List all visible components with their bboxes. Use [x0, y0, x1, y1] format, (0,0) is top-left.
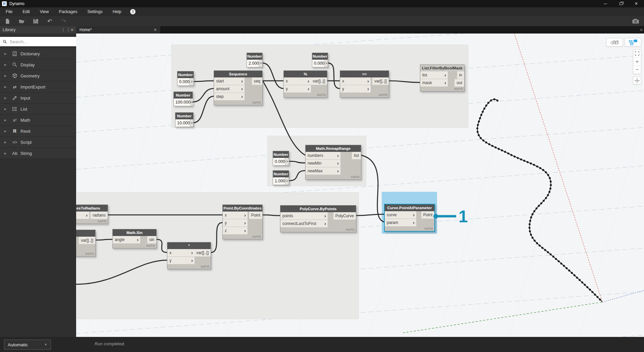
node-number-two[interactable]: Number2.000> — [247, 53, 263, 67]
number-value-input[interactable]: 0.000 — [177, 78, 190, 85]
wire[interactable] — [289, 171, 305, 181]
menu-edit[interactable]: Edit — [17, 7, 35, 16]
notification-icon[interactable]: ! — [130, 9, 136, 14]
input-port-x[interactable]: x› — [284, 77, 311, 85]
node-point-by-coordinates[interactable]: Point.ByCoordinatesx›y›z›PointAUTO — [222, 204, 263, 239]
output-port-var[interactable]: var[]..[] — [372, 77, 389, 85]
expander-icon[interactable]: ▶ — [4, 63, 9, 66]
node-modulo[interactable]: %x›y›var[]..[]AUTO — [283, 70, 327, 98]
search-input[interactable] — [10, 39, 73, 44]
node-var-node[interactable]: var[]..[]AUTO — [76, 230, 96, 256]
input-port-z[interactable]: z› — [223, 227, 248, 234]
expander-icon[interactable]: ▶ — [4, 141, 9, 144]
input-port-newMax[interactable]: newMax› — [306, 167, 340, 175]
input-port-newMin[interactable]: newMin› — [306, 160, 340, 167]
wire[interactable] — [289, 161, 305, 163]
node-number-zero-mid[interactable]: Number0.000> — [273, 151, 289, 166]
tab-close-icon[interactable]: ✕ — [154, 27, 157, 32]
input-port-connectLastToFirst[interactable]: connectLastToFirst› — [280, 220, 328, 227]
input-port-y[interactable]: y› — [284, 85, 311, 93]
library-view-icon[interactable]: ≡ — [71, 27, 73, 33]
expander-icon[interactable]: ▶ — [4, 85, 9, 89]
output-port-list[interactable]: list — [352, 152, 361, 159]
wire[interactable] — [328, 63, 340, 89]
input-port-points[interactable]: points› — [280, 212, 328, 220]
sidebar-item-display[interactable]: ▶Display — [0, 59, 76, 70]
expander-icon[interactable]: ▶ — [4, 74, 9, 77]
output-port[interactable]: > — [285, 177, 289, 185]
node-number-amount[interactable]: Number100.000> — [173, 92, 193, 106]
wire[interactable] — [76, 260, 167, 284]
graph-canvas[interactable]: +− Number0.000>Number100.000>Number10.00… — [76, 34, 644, 337]
restore-button[interactable] — [613, 0, 629, 7]
sidebar-item-string[interactable]: ▶AbString — [0, 148, 76, 159]
output-port-out[interactable]: out — [454, 79, 464, 86]
input-port-degrees[interactable]: degrees› — [76, 212, 89, 219]
node-number-step[interactable]: Number10.000> — [175, 112, 194, 127]
tabbar-menu-icon[interactable]: ≡ — [640, 27, 643, 33]
expander-icon[interactable]: ▶ — [4, 108, 9, 111]
sidebar-item-input[interactable]: ▶Input — [0, 93, 76, 104]
input-port-list[interactable]: list› — [420, 71, 448, 79]
node-sequence[interactable]: Sequencestart›amount›step›seqAUTO — [214, 70, 263, 105]
sidebar-item-math[interactable]: ▶x²Math — [0, 115, 76, 126]
node-equals[interactable]: ==x›y›var[]..[]AUTO — [340, 70, 389, 98]
wire[interactable] — [157, 239, 167, 252]
input-port-numbers[interactable]: numbers› — [306, 152, 340, 159]
tab-home[interactable]: Home* ✕ — [76, 26, 160, 34]
node-number-zero-top[interactable]: Number0.000> — [312, 53, 328, 67]
menu-file[interactable]: File — [1, 7, 17, 16]
menu-packages[interactable]: Packages — [54, 7, 83, 16]
output-port-PolyCurve[interactable]: PolyCurve — [333, 212, 356, 220]
menu-view[interactable]: View — [35, 7, 54, 16]
expander-icon[interactable]: ▶ — [4, 97, 9, 100]
input-port-x[interactable]: x› — [223, 212, 248, 219]
input-port-x[interactable]: x› — [340, 77, 371, 85]
wire[interactable] — [194, 81, 214, 81]
node-degrees-to-radians[interactable]: DegreesToRadiansdegrees›radiansAUTO — [76, 204, 108, 224]
output-port-var[interactable]: var[]..[] — [79, 237, 95, 244]
output-port-Point[interactable]: Point — [421, 211, 434, 219]
menu-settings[interactable]: Settings — [82, 7, 107, 16]
input-port-step[interactable]: step› — [214, 93, 245, 100]
open-icon[interactable] — [18, 18, 25, 24]
expander-icon[interactable]: ▶ — [4, 52, 9, 55]
output-port[interactable]: > — [259, 60, 262, 67]
wire[interactable] — [263, 215, 280, 216]
output-port[interactable]: > — [191, 99, 193, 106]
node-number-start[interactable]: Number0.000> — [177, 71, 194, 86]
expander-icon[interactable]: ▶ — [4, 119, 9, 122]
wire[interactable] — [263, 63, 283, 89]
input-port-y[interactable]: y› — [223, 219, 248, 227]
number-value-input[interactable]: 0.000 — [312, 60, 325, 67]
expander-icon[interactable]: ▶ — [4, 130, 9, 133]
output-port[interactable]: > — [325, 60, 328, 67]
input-port-start[interactable]: start› — [214, 77, 245, 85]
output-port[interactable]: > — [190, 78, 194, 85]
output-port-var[interactable]: var[]..[] — [194, 249, 211, 256]
output-port-in[interactable]: in — [457, 71, 464, 79]
node-polycurve-by-points[interactable]: PolyCurve.ByPointspoints›connectLastToFi… — [280, 205, 356, 232]
input-port-y[interactable]: y› — [340, 85, 371, 93]
node-remap-range[interactable]: Math.RemapRangenumbers›newMin›newMax›lis… — [305, 145, 361, 180]
menu-help[interactable]: Help — [108, 7, 126, 16]
number-value-input[interactable]: 0.000 — [273, 158, 285, 165]
output-port[interactable]: > — [190, 119, 193, 127]
input-port-y[interactable]: y› — [167, 257, 195, 264]
node-curve-point-at-parameter[interactable]: Curve.PointAtParametercurve›param›PointA… — [384, 204, 435, 232]
save-icon[interactable] — [32, 18, 39, 24]
sidebar-item-geometry[interactable]: ▶Geometry — [0, 70, 76, 81]
minimize-button[interactable] — [598, 0, 613, 7]
wire[interactable] — [361, 155, 384, 222]
output-port-seq[interactable]: seq — [252, 77, 262, 85]
input-port-mask[interactable]: mask› — [420, 79, 448, 86]
sidebar-item-dictionary[interactable]: ▶Dictionary — [0, 48, 76, 59]
number-value-input[interactable]: 100.000 — [174, 99, 191, 106]
run-mode-dropdown[interactable]: Automatic ▼ — [4, 340, 51, 350]
wire[interactable] — [96, 239, 112, 240]
wire[interactable] — [389, 81, 420, 82]
output-port[interactable]: > — [285, 158, 289, 165]
number-value-input[interactable]: 10.000 — [175, 119, 190, 127]
new-file-icon[interactable] — [4, 18, 11, 24]
output-port-radians[interactable]: radians — [91, 212, 108, 219]
